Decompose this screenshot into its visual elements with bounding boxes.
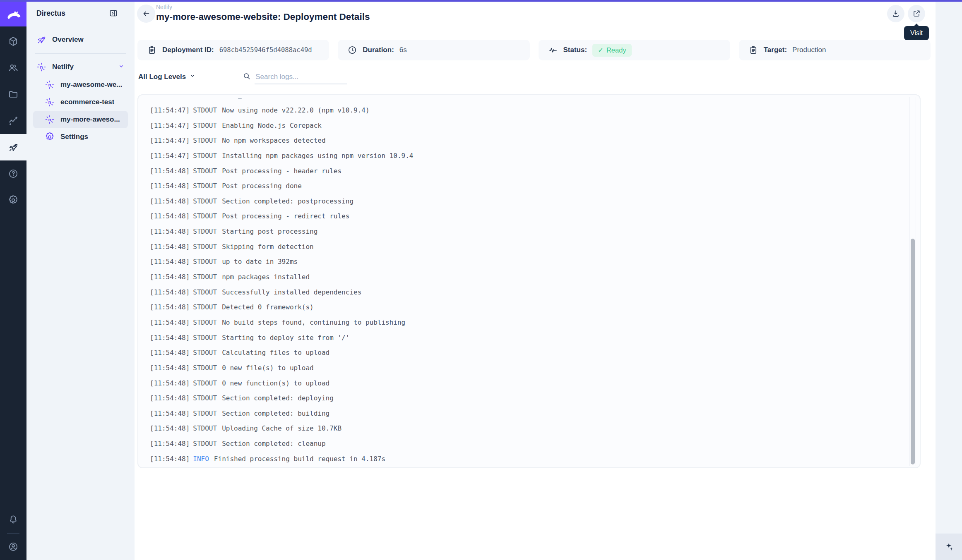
log-line: [11:54:48]STDOUTPost processing - redire… bbox=[150, 209, 902, 224]
log-line: [11:54:48]STDOUTup to date in 392ms bbox=[150, 254, 902, 270]
module-help[interactable] bbox=[0, 160, 26, 187]
log-timestamp: [11:54:48] bbox=[150, 409, 190, 417]
log-line: [11:54:47]STDOUTEnabling Node.js Corepac… bbox=[150, 118, 902, 134]
sidebar-item-settings[interactable]: Settings bbox=[33, 128, 128, 146]
back-button[interactable] bbox=[137, 5, 155, 23]
module-files[interactable] bbox=[0, 81, 26, 108]
notifications-button[interactable] bbox=[0, 506, 26, 533]
folder-icon bbox=[8, 89, 19, 100]
chevron-down-icon bbox=[117, 62, 125, 72]
log-level: STDOUT bbox=[193, 197, 217, 205]
log-level: STDOUT bbox=[193, 122, 217, 129]
sidebar-header: Directus bbox=[26, 0, 135, 26]
check-icon: ✓ bbox=[598, 46, 604, 54]
log-scrollbar-thumb[interactable] bbox=[911, 239, 915, 464]
clipboard-icon bbox=[748, 45, 758, 55]
log-message: Successfully installed dependencies bbox=[222, 288, 361, 296]
sidebar-item-label: ecommerce-test bbox=[60, 98, 114, 106]
sidebar-item-my-awesome-we[interactable]: nmy-awesome-we... bbox=[33, 76, 128, 93]
card-label: Deployment ID: bbox=[162, 46, 214, 54]
module-settings[interactable] bbox=[0, 187, 26, 213]
log-message: 0 new function(s) to upload bbox=[222, 379, 329, 387]
log-output-panel: [11:54:47]STDOUTNow using node v22.22.0 … bbox=[137, 94, 921, 468]
top-accent-line bbox=[0, 0, 962, 2]
log-message: up to date in 392ms bbox=[222, 258, 298, 266]
ai-assistant-button[interactable] bbox=[936, 534, 962, 560]
log-lines: [11:54:47]STDOUTNow using node v22.22.0 … bbox=[150, 103, 902, 467]
log-level-filter-label: All Log Levels bbox=[138, 73, 186, 81]
log-line: [11:54:48]STDOUTSection completed: deplo… bbox=[150, 391, 902, 406]
log-level: STDOUT bbox=[193, 288, 217, 296]
log-line: [11:54:48]STDOUTDetected 0 framework(s) bbox=[150, 300, 902, 315]
log-message: Starting post processing bbox=[222, 227, 317, 235]
card-value: 698cb4525946f5d4088ac49d bbox=[219, 46, 312, 54]
search-input[interactable] bbox=[255, 71, 347, 84]
sidebar-item-label: Settings bbox=[60, 133, 88, 141]
rocket-icon bbox=[36, 35, 46, 45]
netlify-icon: n bbox=[45, 80, 55, 90]
log-level: STDOUT bbox=[193, 106, 217, 114]
log-line: [11:54:48]STDOUTSection completed: clean… bbox=[150, 436, 902, 452]
log-line: [11:54:48]STDOUTSkipping form detection bbox=[150, 239, 902, 255]
info-card-status: Status:✓Ready bbox=[539, 40, 730, 60]
netlify-icon: n bbox=[36, 62, 46, 72]
log-message: Finished processing build request in 4.1… bbox=[214, 455, 385, 463]
sidebar-item-overview[interactable]: Overview bbox=[33, 31, 128, 49]
log-level: STDOUT bbox=[193, 136, 217, 144]
netlify-icon: n bbox=[45, 115, 55, 124]
nav-divider bbox=[35, 53, 126, 54]
svg-text:n: n bbox=[48, 100, 51, 105]
collapse-sidebar-button[interactable] bbox=[109, 9, 118, 18]
breadcrumb: Netlify bbox=[156, 4, 370, 10]
log-level: STDOUT bbox=[193, 167, 217, 175]
log-level: STDOUT bbox=[193, 394, 217, 402]
log-message: Post processing - redirect rules bbox=[222, 212, 349, 220]
module-insights[interactable] bbox=[0, 108, 26, 134]
info-card-duration: Duration:6s bbox=[338, 40, 529, 60]
card-value: Production bbox=[792, 46, 826, 54]
log-timestamp: [11:54:48] bbox=[150, 394, 190, 402]
directus-logo[interactable] bbox=[0, 0, 26, 26]
module-netlify[interactable] bbox=[0, 134, 26, 160]
chevron-down-icon bbox=[117, 62, 125, 70]
collapse-icon bbox=[109, 9, 118, 18]
log-level: STDOUT bbox=[193, 364, 217, 372]
sidebar-item-ecommerce-test[interactable]: necommerce-test bbox=[33, 93, 128, 111]
svg-text:n: n bbox=[48, 117, 51, 122]
log-level-filter[interactable]: All Log Levels bbox=[138, 72, 197, 84]
log-line: [11:54:48]STDOUTUploading Cache of size … bbox=[150, 421, 902, 436]
log-line: [11:54:47]STDOUTInstalling npm packages … bbox=[150, 148, 902, 164]
log-level: STDOUT bbox=[193, 182, 217, 190]
download-button[interactable] bbox=[887, 5, 904, 22]
log-message: Now using node v22.22.0 (npm v10.9.4) bbox=[222, 106, 369, 114]
visit-button[interactable] bbox=[908, 5, 925, 22]
sidebar-item-label: my-awesome-we... bbox=[60, 81, 122, 89]
deployment-info-cards: Deployment ID:698cb4525946f5d4088ac49dDu… bbox=[137, 40, 931, 60]
module-users[interactable] bbox=[0, 55, 26, 81]
log-timestamp: [11:54:48] bbox=[150, 197, 190, 205]
log-message: No build steps found, continuing to publ… bbox=[222, 318, 405, 326]
right-sidebar-strip bbox=[936, 0, 962, 560]
log-message: npm packages installed bbox=[222, 273, 310, 281]
log-message: Skipping form detection bbox=[222, 243, 314, 251]
waveform-icon bbox=[548, 45, 558, 55]
sidebar-item-netlify[interactable]: nNetlify bbox=[33, 58, 128, 76]
log-message: Post processing done bbox=[222, 182, 302, 190]
log-level: STDOUT bbox=[193, 227, 217, 235]
nav-list: OverviewnNetlifynmy-awesome-we...necomme… bbox=[26, 26, 135, 150]
account-button[interactable] bbox=[0, 534, 26, 560]
info-card-deployment-id: Deployment ID:698cb4525946f5d4088ac49d bbox=[137, 40, 329, 60]
page-title: my-more-awesome-website: Deployment Deta… bbox=[156, 12, 370, 22]
log-line: [11:54:48]STDOUTStarting to deploy site … bbox=[150, 330, 902, 346]
log-level: STDOUT bbox=[193, 349, 217, 357]
module-content[interactable] bbox=[0, 28, 26, 55]
card-label: Duration: bbox=[363, 46, 394, 54]
module-list bbox=[0, 28, 26, 213]
log-timestamp: [11:54:48] bbox=[150, 334, 190, 342]
sidebar-item-my-more-aweso[interactable]: nmy-more-aweso... bbox=[33, 111, 128, 128]
card-value: 6s bbox=[399, 46, 407, 54]
gear-icon bbox=[8, 195, 19, 206]
log-line: [11:54:48]STDOUTStarting post processing bbox=[150, 224, 902, 239]
log-level: STDOUT bbox=[193, 379, 217, 387]
log-scrollbar[interactable] bbox=[909, 97, 916, 466]
